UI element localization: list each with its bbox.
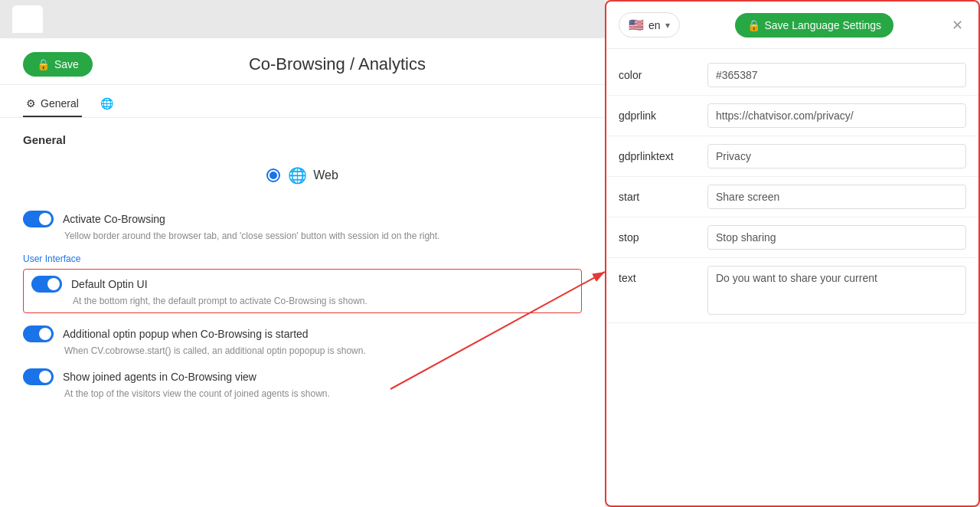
activate-cobrowsing-item: Activate Co-Browsing Yellow border aroun… — [23, 211, 582, 241]
web-label: 🌐 Web — [288, 166, 338, 185]
field-input-start[interactable] — [707, 185, 966, 209]
default-optin-desc: At the bottom right, the default prompt … — [73, 296, 573, 306]
default-optin-label: Default Optin UI — [71, 278, 148, 290]
show-joined-agents-row: Show joined agents in Co-Browsing view — [23, 368, 582, 385]
save-language-button[interactable]: 🔒 Save Language Settings — [735, 13, 894, 38]
field-key-start: start — [619, 185, 695, 203]
field-input-gdprlink[interactable] — [707, 103, 966, 128]
field-key-color: color — [619, 63, 695, 81]
field-row-gdprlinktext: gdprlinktext — [606, 136, 978, 177]
chevron-down-icon: ▾ — [665, 20, 670, 31]
tab-extra[interactable]: 🌐 — [97, 91, 116, 117]
field-list: color gdprlink gdprlinktext start stop t… — [606, 49, 978, 329]
radio-inner — [270, 172, 277, 179]
lock-icon: 🔒 — [747, 19, 760, 31]
field-input-stop[interactable] — [707, 225, 966, 250]
field-key-stop: stop — [619, 225, 695, 244]
additional-optin-desc: When CV.cobrowse.start() is called, an a… — [64, 345, 582, 356]
show-joined-agents-desc: At the top of the visitors view the coun… — [64, 388, 582, 399]
close-button[interactable]: ✕ — [949, 14, 966, 37]
left-panel: 🔒 Save Co-Browsing / Analytics ⚙ General… — [0, 0, 605, 507]
default-optin-section: Default Optin UI At the bottom right, th… — [23, 269, 582, 313]
save-button[interactable]: 🔒 Save — [23, 52, 93, 77]
field-row-gdprlink: gdprlink — [606, 96, 978, 136]
activate-cobrowsing-label: Activate Co-Browsing — [63, 213, 165, 225]
user-interface-label: User Interface — [23, 254, 582, 264]
field-key-text: text — [619, 266, 695, 284]
field-row-text: text — [606, 258, 978, 323]
browser-top-bar — [0, 0, 605, 38]
field-key-gdprlinktext: gdprlinktext — [619, 144, 695, 162]
right-panel-header: 🇺🇸 en ▾ 🔒 Save Language Settings ✕ — [606, 2, 978, 49]
field-row-stop: stop — [606, 218, 978, 258]
right-panel: 🇺🇸 en ▾ 🔒 Save Language Settings ✕ color… — [605, 0, 980, 507]
additional-optin-row: Additional optin popup when Co-Browsing … — [23, 325, 582, 342]
show-joined-agents-toggle[interactable] — [23, 368, 54, 385]
section-title: General — [23, 133, 582, 146]
activate-cobrowsing-row: Activate Co-Browsing — [23, 211, 582, 227]
globe-icon: 🌐 — [288, 166, 307, 185]
lang-code: en — [648, 19, 661, 31]
globe-tab-icon: 🌐 — [100, 97, 113, 110]
field-row-color: color — [606, 55, 978, 96]
save-icon: 🔒 — [37, 58, 50, 70]
default-optin-toggle[interactable] — [31, 276, 62, 293]
web-radio[interactable] — [266, 168, 280, 182]
show-joined-agents-label: Show joined agents in Co-Browsing view — [63, 371, 256, 383]
activate-cobrowsing-desc: Yellow border around the browser tab, an… — [64, 231, 582, 241]
default-optin-row: Default Optin UI — [31, 276, 573, 293]
web-selector: 🌐 Web — [23, 159, 582, 192]
flag-icon: 🇺🇸 — [629, 18, 644, 32]
show-joined-agents-item: Show joined agents in Co-Browsing view A… — [23, 368, 582, 399]
tab-general[interactable]: ⚙ General — [23, 91, 82, 117]
field-row-start: start — [606, 177, 978, 218]
browser-tab — [12, 5, 43, 33]
user-interface-section: User Interface Default Optin UI At the b… — [23, 254, 582, 313]
additional-optin-item: Additional optin popup when Co-Browsing … — [23, 325, 582, 356]
additional-optin-toggle[interactable] — [23, 325, 54, 342]
language-selector[interactable]: 🇺🇸 en ▾ — [619, 12, 680, 38]
field-key-gdprlink: gdprlink — [619, 103, 695, 122]
additional-optin-label: Additional optin popup when Co-Browsing … — [63, 328, 309, 340]
gear-icon: ⚙ — [26, 97, 36, 110]
page-header: 🔒 Save Co-Browsing / Analytics — [0, 38, 605, 85]
page-title: Co-Browsing / Analytics — [93, 54, 582, 74]
content-area: General 🌐 Web Activate Co-Browsing Yello… — [0, 118, 605, 427]
nav-tabs: ⚙ General 🌐 — [0, 85, 605, 118]
activate-cobrowsing-toggle[interactable] — [23, 211, 54, 227]
field-input-gdprlinktext[interactable] — [707, 144, 966, 168]
field-input-color[interactable] — [707, 63, 966, 87]
field-input-text[interactable] — [707, 266, 966, 315]
